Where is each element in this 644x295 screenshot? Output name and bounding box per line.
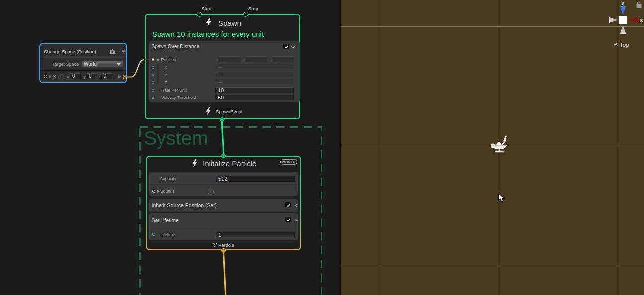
svg-text:Top: Top bbox=[620, 42, 629, 48]
svg-text:z: z bbox=[622, 0, 625, 7]
svg-text:x: x bbox=[640, 17, 643, 24]
